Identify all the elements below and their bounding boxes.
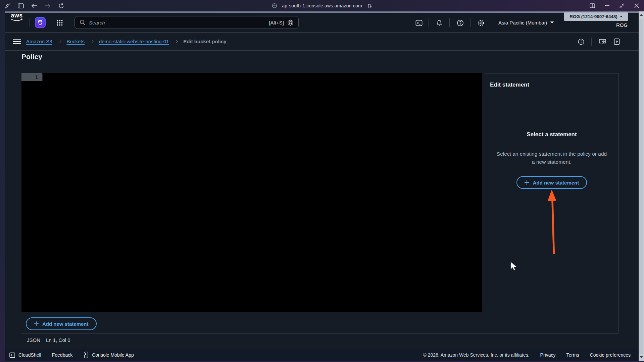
notifications-bell-icon[interactable]	[435, 19, 443, 27]
page-scrollbar[interactable]	[639, 11, 644, 361]
sidebar-toggle-icon[interactable]	[17, 2, 24, 9]
footer-mobile-app[interactable]: Console Mobile App	[83, 352, 134, 358]
scroll-down-arrow[interactable]	[640, 356, 643, 358]
breadcrumb-link-amazon-s3[interactable]: Amazon S3	[26, 39, 52, 44]
editor-language-label: JSON	[27, 337, 40, 343]
close-icon[interactable]	[633, 2, 640, 9]
editor-status-bar: JSON Ln 1, Col 0	[27, 337, 70, 343]
aws-logo-text: aws	[11, 13, 23, 18]
nav-divider	[470, 18, 470, 27]
add-new-statement-label: Add new statement	[533, 180, 579, 186]
settings-gear-icon[interactable]	[477, 19, 485, 27]
panel-empty-state: Select a statement Select an existing st…	[485, 96, 618, 189]
edit-statement-panel: Edit statement Select a statement Select…	[485, 73, 618, 333]
editor-text-cursor	[43, 74, 43, 81]
editor-cursor-position: Ln 1, Col 0	[46, 337, 70, 343]
info-icon[interactable]	[578, 38, 585, 45]
add-new-statement-button-editor[interactable]: Add new statement	[26, 317, 97, 330]
global-search[interactable]: [Alt+S]	[75, 16, 299, 29]
add-new-statement-button-panel[interactable]: Add new statement	[516, 176, 587, 189]
search-icon	[80, 19, 86, 25]
amazon-q-icon	[287, 19, 294, 26]
cloudshell-label: CloudShell	[18, 352, 41, 358]
page-title: Policy	[21, 53, 42, 61]
browser-app-icon[interactable]	[4, 2, 11, 9]
scrollbar-thumb[interactable]	[639, 19, 643, 354]
back-icon[interactable]	[31, 2, 38, 9]
hamburger-menu-icon[interactable]	[13, 39, 21, 44]
breadcrumb-link-buckets[interactable]: Buckets	[67, 39, 85, 44]
cloudshell-tools-icon[interactable]	[598, 38, 606, 45]
account-menu-badge[interactable]: ROG (1214-9007-6448)	[564, 12, 628, 21]
search-shortcut-hint: [Alt+S]	[269, 20, 284, 25]
empty-state-title: Select a statement	[485, 131, 618, 138]
browser-titlebar: ap-south-1.console.aws.amazon.com	[0, 0, 644, 11]
aws-smile-icon	[10, 18, 23, 21]
browser-window: ap-south-1.console.aws.amazon.com	[0, 0, 644, 362]
region-selector[interactable]: Asia Pacific (Mumbai)	[498, 13, 554, 32]
add-new-statement-label: Add new statement	[42, 321, 89, 327]
browser-bottom-edge	[0, 361, 644, 362]
nav-divider	[491, 18, 491, 27]
account-name[interactable]: ROG	[616, 22, 628, 28]
account-badge-label: ROG (1214-9007-6448)	[569, 14, 617, 19]
split-view-icon[interactable]	[589, 2, 596, 9]
footer-link-terms[interactable]: Terms	[566, 352, 579, 358]
chevron-right-icon	[90, 40, 93, 43]
nav-divider	[51, 18, 51, 27]
tools-divider	[591, 38, 592, 46]
panel-title: Edit statement	[485, 73, 618, 96]
breadcrumb-bar: Amazon S3 Buckets demo-static-website-ho…	[5, 33, 639, 51]
side-panel-icon[interactable]	[613, 38, 621, 45]
scroll-up-arrow[interactable]	[640, 14, 643, 16]
plus-icon	[34, 321, 39, 326]
reload-icon[interactable]	[58, 2, 64, 9]
region-label: Asia Pacific (Mumbai)	[498, 20, 547, 25]
console-footer: CloudShell Feedback Console Mobile App ©…	[5, 349, 639, 361]
site-info-icon[interactable]	[271, 2, 278, 9]
cloudshell-icon	[9, 352, 15, 358]
chevron-right-icon	[175, 40, 178, 43]
forward-icon[interactable]	[44, 2, 51, 9]
mobile-app-icon	[83, 352, 89, 358]
footer-link-privacy[interactable]: Privacy	[540, 352, 556, 358]
chevron-down-icon	[620, 16, 623, 17]
empty-state-description: Select an existing statement in the poli…	[496, 150, 607, 166]
footer-feedback[interactable]: Feedback	[52, 352, 72, 358]
browser-left-edge	[0, 11, 5, 361]
url-bar[interactable]: ap-south-1.console.aws.amazon.com	[282, 3, 362, 8]
feedback-label: Feedback	[52, 352, 72, 358]
restore-window-icon[interactable]	[618, 2, 625, 9]
help-icon[interactable]	[456, 19, 464, 27]
minimize-icon[interactable]	[604, 2, 610, 9]
nav-divider	[429, 18, 429, 27]
services-grid-icon[interactable]	[56, 19, 64, 27]
footer-cloudshell[interactable]: CloudShell	[9, 352, 41, 358]
url-settings-icon[interactable]	[366, 2, 373, 9]
policy-json-editor[interactable]: 1	[21, 73, 482, 312]
nav-divider	[449, 18, 450, 27]
footer-link-cookie-preferences[interactable]: Cookie preferences	[590, 352, 631, 358]
aws-logo[interactable]: aws	[10, 13, 23, 32]
aws-navbar: aws [Al	[5, 13, 639, 33]
s3-bucket-icon	[37, 19, 44, 26]
breadcrumb-current-page: Edit bucket policy	[183, 39, 226, 44]
breadcrumb-link-bucket-name[interactable]: demo-static-website-hosting-01	[99, 39, 169, 44]
nav-divider	[30, 18, 30, 27]
chevron-down-icon	[550, 21, 554, 23]
copyright-text: © 2026, Amazon Web Services, Inc. or its…	[423, 352, 529, 358]
editor-footer-divider	[21, 333, 618, 333]
cloudshell-icon[interactable]	[415, 19, 423, 27]
editor-line-number: 1	[21, 73, 42, 81]
mobile-app-label: Console Mobile App	[92, 352, 134, 358]
s3-service-icon[interactable]	[35, 17, 46, 28]
chevron-right-icon	[58, 40, 61, 43]
search-input[interactable]	[89, 20, 265, 25]
plus-icon	[525, 180, 529, 185]
